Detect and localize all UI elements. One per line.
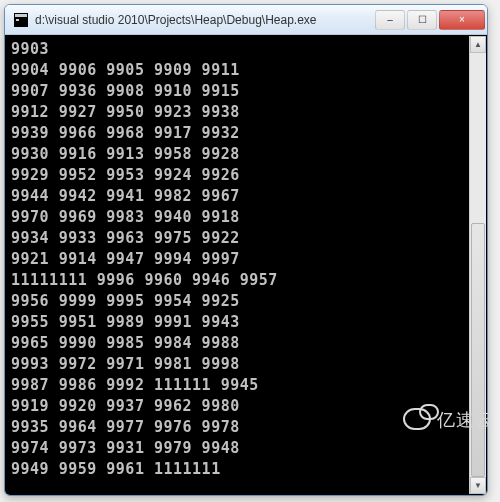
console-icon: [13, 12, 29, 28]
minimize-button[interactable]: –: [375, 10, 405, 30]
close-button[interactable]: ×: [439, 10, 485, 30]
window-buttons: – ☐ ×: [373, 10, 485, 30]
svg-rect-2: [16, 19, 19, 21]
scroll-up-button[interactable]: ▲: [470, 36, 486, 53]
scroll-track[interactable]: [470, 53, 486, 477]
window-title: d:\visual studio 2010\Projects\Heap\Debu…: [35, 13, 373, 27]
console-output: 9903 9904 9906 9905 9909 9911 9907 9936 …: [5, 35, 487, 495]
scroll-thumb[interactable]: [471, 223, 485, 477]
vertical-scrollbar[interactable]: ▲ ▼: [469, 36, 486, 494]
svg-rect-1: [15, 14, 27, 17]
titlebar[interactable]: d:\visual studio 2010\Projects\Heap\Debu…: [5, 5, 487, 35]
console-window: d:\visual studio 2010\Projects\Heap\Debu…: [4, 4, 488, 496]
scroll-down-button[interactable]: ▼: [470, 477, 486, 494]
maximize-button[interactable]: ☐: [407, 10, 437, 30]
